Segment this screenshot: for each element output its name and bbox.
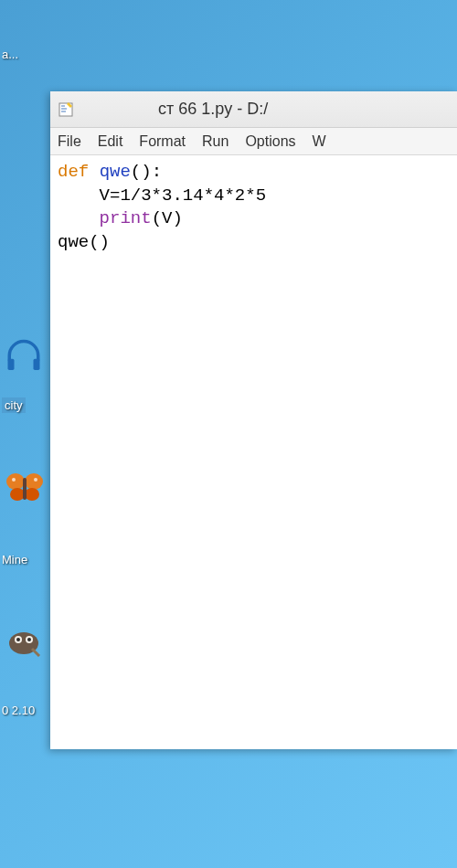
svg-point-7 <box>12 478 16 482</box>
svg-point-11 <box>16 638 20 641</box>
headphones-icon[interactable] <box>5 338 43 380</box>
svg-point-4 <box>10 488 25 501</box>
gimp-icon[interactable] <box>5 621 41 658</box>
menu-file[interactable]: File <box>58 133 81 150</box>
window-title: ст 66 1.py - D:/ <box>158 100 268 119</box>
desktop-icon-label-city: city <box>2 397 26 413</box>
menu-options[interactable]: Options <box>245 133 295 150</box>
svg-rect-6 <box>23 478 27 500</box>
code-line-2: V=1/3*3.14*4*2*5 <box>58 185 450 208</box>
svg-rect-0 <box>8 359 15 370</box>
menu-window[interactable]: W <box>313 133 326 150</box>
svg-point-3 <box>25 473 43 490</box>
menu-edit[interactable]: Edit <box>98 133 123 150</box>
svg-point-2 <box>6 473 25 490</box>
titlebar[interactable]: ст 66 1.py - D:/ <box>50 91 457 128</box>
svg-point-5 <box>25 488 39 501</box>
code-line-4: qwe() <box>58 231 450 255</box>
editor-window: ст 66 1.py - D:/ File Edit Format Run Op… <box>50 91 457 749</box>
code-line-3: print(V) <box>58 207 450 231</box>
desktop-icon-label-mine: Mine <box>2 553 27 566</box>
code-line-1: def qwe(): <box>58 161 450 185</box>
desktop-icon-label-bottom: 0 2.10 <box>2 704 35 717</box>
code-editor[interactable]: def qwe(): V=1/3*3.14*4*2*5 print(V) qwe… <box>50 155 457 749</box>
menubar: File Edit Format Run Options W <box>50 128 457 155</box>
desktop-icon-label: a... <box>2 48 18 61</box>
svg-rect-1 <box>34 359 40 370</box>
menu-run[interactable]: Run <box>202 133 228 150</box>
app-icon <box>58 101 76 119</box>
butterfly-icon[interactable] <box>5 471 45 515</box>
menu-format[interactable]: Format <box>139 133 186 150</box>
svg-point-13 <box>27 638 31 641</box>
svg-point-8 <box>34 478 37 482</box>
